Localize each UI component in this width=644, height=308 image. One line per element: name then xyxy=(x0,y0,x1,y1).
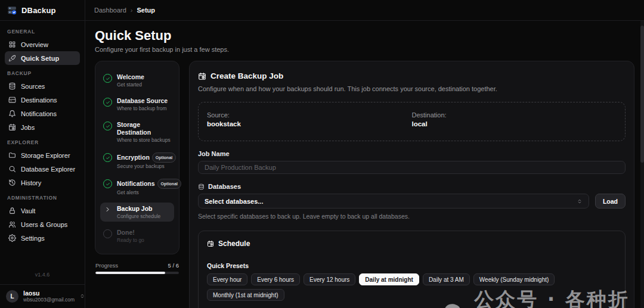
sidebar-item-label: Sources xyxy=(21,83,45,90)
progress-block: Progress 5 / 6 xyxy=(95,262,179,274)
sidebar-item-vault[interactable]: Vault xyxy=(5,204,80,217)
sidebar-item-label: Overview xyxy=(21,41,48,48)
sidebar-item-label: Database Explorer xyxy=(21,166,75,173)
topbar: Dashboard › Setup xyxy=(85,0,644,21)
step-desc: Where to backup from xyxy=(117,105,168,111)
sidebar-item-label: Storage Explorer xyxy=(21,152,70,159)
lock-icon xyxy=(8,207,16,214)
users-icon xyxy=(8,220,16,228)
sidebar: GENERAL Overview Quick Setup BACKUP Sour… xyxy=(0,21,85,308)
schedule-section: Schedule Quick Presets Every hour Every … xyxy=(198,231,626,308)
create-backup-job-card: Create Backup Job Configure when and how… xyxy=(189,61,634,308)
sidebar-item-destinations[interactable]: Destinations xyxy=(5,93,80,107)
step-desc: Configure schedule xyxy=(117,213,160,219)
brand: DBackup xyxy=(0,0,85,21)
section-label-backup: BACKUP xyxy=(7,70,78,76)
folder-icon xyxy=(8,151,16,159)
step-storage-destination[interactable]: Storage Destination Where to store backu… xyxy=(100,119,174,145)
page-title: Quick Setup xyxy=(95,28,634,43)
sidebar-item-notifications[interactable]: Notifications xyxy=(5,107,80,120)
preset-daily-at-3am[interactable]: Daily at 3 AM xyxy=(423,273,470,285)
sidebar-item-label: Notifications xyxy=(21,110,57,117)
stepper-card: Welcome Get started Database Source Wher… xyxy=(95,61,179,254)
sidebar-item-settings[interactable]: Settings xyxy=(5,231,80,245)
sidebar-item-label: Quick Setup xyxy=(21,55,59,62)
step-welcome[interactable]: Welcome Get started xyxy=(100,71,174,90)
preset-monthly-1st-midnight[interactable]: Monthly (1st at midnight) xyxy=(207,289,284,301)
sidebar-item-label: Vault xyxy=(21,207,35,214)
app-version: v1.4.6 xyxy=(5,272,80,284)
sidebar-item-sources[interactable]: Sources xyxy=(5,79,80,93)
step-done[interactable]: Done! Ready to go xyxy=(100,226,174,245)
chevron-up-down-icon xyxy=(577,198,583,204)
card-title: Create Backup Job xyxy=(210,71,283,80)
source-value: bookstack xyxy=(207,120,412,127)
destination-label: Destination: xyxy=(412,111,617,119)
rocket-icon xyxy=(8,54,16,62)
history-icon xyxy=(8,179,16,186)
source-label: Source: xyxy=(207,111,412,119)
step-encryption[interactable]: Encryption Optional Secure your backups xyxy=(100,150,174,172)
search-icon xyxy=(8,165,16,173)
preset-weekly-sunday-midnight[interactable]: Weekly (Sunday midnight) xyxy=(473,273,555,285)
databases-select-value: Select databases... xyxy=(205,198,263,205)
check-circle-icon xyxy=(103,74,112,83)
breadcrumb-setup: Setup xyxy=(137,7,156,14)
step-notifications[interactable]: Notifications Optional Get alerts xyxy=(100,176,174,198)
sidebar-item-database-explorer[interactable]: Database Explorer xyxy=(5,162,80,176)
grid-icon xyxy=(8,41,16,48)
database-icon xyxy=(8,82,16,90)
preset-daily-at-midnight[interactable]: Daily at midnight xyxy=(359,273,419,285)
step-title: Encryption xyxy=(117,154,150,161)
breadcrumb-dashboard[interactable]: Dashboard xyxy=(94,7,126,14)
preset-every-6-hours[interactable]: Every 6 hours xyxy=(251,273,300,285)
databases-help-text: Select specific databases to back up. Le… xyxy=(198,213,626,220)
step-database-source[interactable]: Database Source Where to backup from xyxy=(100,95,174,114)
sidebar-item-label: Destinations xyxy=(21,97,57,104)
preset-every-hour[interactable]: Every hour xyxy=(207,273,247,285)
bell-icon xyxy=(8,110,16,117)
chevron-up-down-icon xyxy=(79,293,85,299)
scrollbar-thumb[interactable] xyxy=(640,26,644,163)
step-backup-job[interactable]: Backup Job Configure schedule xyxy=(100,203,174,222)
step-title: Storage Destination xyxy=(117,121,171,136)
step-title: Backup Job xyxy=(117,205,153,213)
step-desc: Get started xyxy=(117,82,144,88)
chevron-right-icon xyxy=(104,206,111,213)
check-circle-icon xyxy=(103,122,112,130)
job-name-input[interactable] xyxy=(198,161,626,174)
sidebar-item-history[interactable]: History xyxy=(5,176,80,189)
sidebar-item-overview[interactable]: Overview xyxy=(5,38,80,51)
breadcrumb-separator-icon: › xyxy=(131,7,133,14)
preset-every-12-hours[interactable]: Every 12 hours xyxy=(304,273,355,285)
progress-bar xyxy=(95,272,179,274)
scrollbar[interactable] xyxy=(640,21,644,308)
preset-buttons: Every hour Every 6 hours Every 12 hours … xyxy=(207,273,617,301)
databases-select[interactable]: Select databases... xyxy=(198,194,589,209)
card-subtitle: Configure when and how your backups shou… xyxy=(198,85,626,92)
databases-label: Databases xyxy=(198,183,626,190)
gear-icon xyxy=(8,234,16,242)
empty-circle-icon xyxy=(103,229,112,238)
user-menu[interactable]: L laosu wbsu2003@gmail.com xyxy=(0,284,85,308)
step-desc: Get alerts xyxy=(117,189,181,195)
sidebar-item-jobs[interactable]: Jobs xyxy=(5,120,80,134)
sidebar-item-quick-setup[interactable]: Quick Setup xyxy=(5,51,80,65)
progress-value: 5 / 6 xyxy=(168,262,179,269)
app-window: DBackup Dashboard › Setup GENERAL Overvi… xyxy=(0,0,644,308)
sidebar-item-label: Jobs xyxy=(21,124,35,131)
load-button[interactable]: Load xyxy=(595,194,626,209)
source-destination-summary: Source: bookstack Destination: local xyxy=(198,102,626,141)
user-email: wbsu2003@gmail.com xyxy=(23,297,75,303)
step-title: Welcome xyxy=(117,73,144,81)
section-label-general: GENERAL xyxy=(7,29,78,35)
job-name-label: Job Name xyxy=(198,150,626,157)
database-icon xyxy=(198,183,205,190)
sidebar-item-storage-explorer[interactable]: Storage Explorer xyxy=(5,148,80,162)
optional-badge: Optional xyxy=(157,179,181,189)
optional-badge: Optional xyxy=(152,153,176,163)
calendar-clock-icon xyxy=(207,240,214,247)
sidebar-item-label: Settings xyxy=(21,235,45,242)
step-desc: Where to store backups xyxy=(117,137,171,143)
sidebar-item-users-groups[interactable]: Users & Groups xyxy=(5,217,80,231)
